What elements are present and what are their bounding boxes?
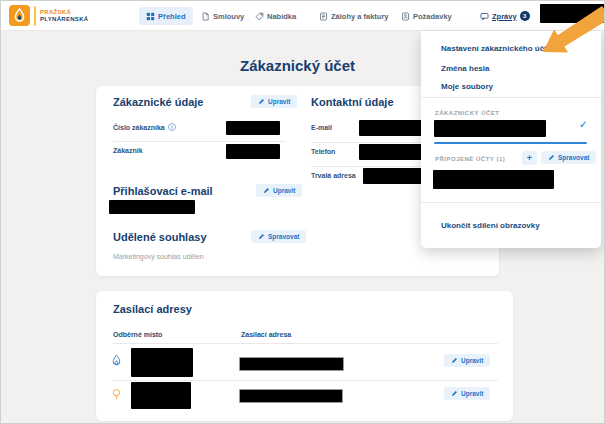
pencil-icon bbox=[451, 390, 458, 397]
redacted-customer-number bbox=[226, 121, 280, 135]
pencil-icon bbox=[258, 233, 265, 240]
pencil-icon bbox=[451, 357, 458, 364]
manage-linked-accounts-button[interactable]: Spravovat bbox=[541, 151, 596, 164]
phone-label: Telefon bbox=[311, 148, 335, 155]
invoice-icon bbox=[319, 12, 328, 21]
manage-linked-accounts-label: Spravovat bbox=[558, 154, 589, 161]
grid-icon bbox=[146, 12, 155, 21]
redacted-mailing-address-2 bbox=[239, 389, 343, 403]
edit-login-email-label: Upravit bbox=[273, 187, 295, 194]
redacted-supply-point-2 bbox=[131, 382, 191, 409]
edit-address-1-label: Upravit bbox=[461, 357, 483, 364]
edit-customer-button[interactable]: Upravit bbox=[251, 95, 297, 108]
messages-badge: 3 bbox=[520, 11, 530, 21]
nav-item-label: Požadavky bbox=[413, 12, 452, 21]
top-nav-bar: PRAŽSKÁ PLYNÁRENSKÁ Přehled Smlouvy Nabí… bbox=[1, 1, 605, 31]
pencil-icon bbox=[548, 154, 555, 161]
mailing-addresses-card: Zasílací adresy Odběrné místo Zasílací a… bbox=[96, 291, 513, 421]
nav-item-label: Smlouvy bbox=[213, 12, 244, 21]
redacted-user-name[interactable] bbox=[540, 4, 605, 23]
redacted-supply-point-1 bbox=[131, 348, 193, 377]
menu-item-end-screen-sharing[interactable]: Ukončit sdílení obrazovky bbox=[441, 221, 540, 230]
menu-divider bbox=[421, 97, 601, 98]
nav-item-nabidka[interactable]: Nabídka bbox=[255, 7, 296, 25]
redacted-active-account[interactable] bbox=[434, 120, 546, 137]
nav-item-zalohy-a-faktury[interactable]: Zálohy a faktury bbox=[319, 7, 389, 25]
account-dropdown-menu: Nastavení zákaznického účtu Změna hesla … bbox=[421, 31, 601, 248]
customer-name-label-text: Zákazník bbox=[113, 147, 143, 154]
table-row-divider bbox=[113, 380, 498, 381]
customer-number-label-text: Číslo zákazníka bbox=[113, 124, 165, 131]
logo-flame-icon bbox=[9, 5, 30, 26]
nav-item-smlouvy[interactable]: Smlouvy bbox=[201, 7, 244, 25]
redacted-login-email bbox=[109, 200, 195, 214]
edit-address-2-label: Upravit bbox=[461, 390, 483, 397]
logo-divider bbox=[34, 6, 36, 26]
nav-item-label: Zálohy a faktury bbox=[331, 12, 389, 21]
field-divider bbox=[113, 141, 286, 142]
offer-tag-icon bbox=[255, 12, 264, 21]
logo-wordmark: PRAŽSKÁ PLYNÁRENSKÁ bbox=[40, 9, 88, 23]
redacted-customer-name bbox=[226, 144, 280, 159]
login-email-title: Přihlašovací e-mail bbox=[113, 185, 213, 197]
contact-section-title: Kontaktní údaje bbox=[311, 96, 394, 108]
nav-item-label: Přehled bbox=[158, 12, 186, 21]
edit-address-1-button[interactable]: Upravit bbox=[444, 354, 490, 367]
linked-accounts-label: PŘIPOJENÉ ÚČTY (1) bbox=[435, 156, 505, 162]
gas-flame-icon bbox=[111, 353, 122, 371]
email-label-text: E-mail bbox=[311, 124, 332, 131]
electricity-bulb-icon bbox=[111, 387, 122, 405]
check-icon: ✓ bbox=[579, 119, 587, 130]
email-label: E-mail bbox=[311, 124, 332, 131]
manage-consents-button[interactable]: Spravovat bbox=[251, 230, 306, 243]
logo[interactable]: PRAŽSKÁ PLYNÁRENSKÁ bbox=[9, 5, 88, 26]
menu-item-account-settings[interactable]: Nastavení zákaznického účtu bbox=[441, 44, 552, 53]
consent-status-text: Marketingový souhlas udělen bbox=[113, 253, 204, 260]
logo-line2: PLYNÁRENSKÁ bbox=[40, 16, 88, 23]
menu-item-my-files[interactable]: Moje soubory bbox=[441, 82, 493, 91]
customer-name-label: Zákazník bbox=[113, 147, 143, 154]
edit-login-email-button[interactable]: Upravit bbox=[256, 184, 302, 197]
nav-item-label: Nabídka bbox=[267, 12, 296, 21]
redacted-linked-account[interactable] bbox=[433, 170, 554, 189]
add-linked-account-button[interactable]: + bbox=[522, 151, 537, 165]
menu-item-change-password[interactable]: Změna hesla bbox=[441, 64, 489, 73]
consents-title: Udělené souhlasy bbox=[113, 231, 207, 243]
phone-label-text: Telefon bbox=[311, 148, 335, 155]
permanent-address-label: Trvalá adresa bbox=[311, 172, 356, 179]
permanent-address-label-text: Trvalá adresa bbox=[311, 172, 356, 179]
customer-section-title: Zákaznické údaje bbox=[113, 96, 204, 108]
customer-number-label: Číslo zákazníka i bbox=[113, 123, 176, 131]
request-person-icon bbox=[401, 12, 410, 21]
chat-bubble-icon bbox=[480, 12, 489, 21]
nav-item-label: Zprávy bbox=[492, 12, 517, 21]
pencil-icon bbox=[263, 187, 270, 194]
column-header-supply-point: Odběrné místo bbox=[113, 331, 162, 338]
edit-address-2-button[interactable]: Upravit bbox=[444, 387, 490, 400]
manage-consents-label: Spravovat bbox=[268, 233, 299, 240]
pencil-icon bbox=[258, 98, 265, 105]
info-icon[interactable]: i bbox=[168, 123, 176, 131]
table-header-divider bbox=[113, 343, 498, 344]
redacted-mailing-address-1 bbox=[239, 357, 344, 371]
mailing-addresses-title: Zasílací adresy bbox=[113, 303, 192, 315]
logo-line1: PRAŽSKÁ bbox=[40, 9, 88, 16]
nav-item-zpravy[interactable]: Zprávy 3 bbox=[480, 7, 530, 25]
nav-item-pozadavky[interactable]: Požadavky bbox=[401, 7, 452, 25]
active-account-underline bbox=[434, 142, 587, 144]
customer-account-label: ZÁKAZNICKÝ ÚČET bbox=[435, 110, 500, 116]
edit-customer-label: Upravit bbox=[268, 98, 290, 105]
column-header-mailing-address: Zasílací adresa bbox=[241, 331, 291, 338]
nav-item-prehled[interactable]: Přehled bbox=[139, 7, 193, 25]
menu-divider bbox=[421, 202, 601, 203]
document-icon bbox=[201, 12, 210, 21]
